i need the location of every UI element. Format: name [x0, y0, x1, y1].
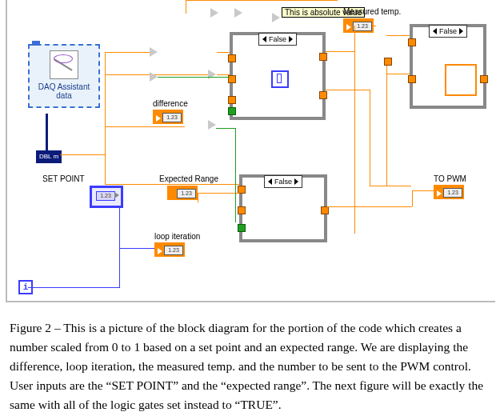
wire: [412, 190, 413, 206]
daq-label-line2: data: [30, 91, 98, 100]
daq-data-out-terminal: [32, 41, 40, 46]
wire: [370, 186, 411, 186]
tunnel: [319, 53, 327, 61]
tunnel: [408, 38, 416, 46]
wire: [105, 126, 185, 127]
case-selector-upper-text: False: [269, 35, 286, 43]
wire: [326, 51, 354, 52]
wire: [105, 184, 174, 185]
difference-indicator[interactable]: 1.23: [153, 110, 183, 124]
while-loop: i DAQ Assistant data DBL m difference 1.…: [6, 0, 495, 302]
numeric-constant[interactable]: [384, 58, 392, 66]
wire: [119, 248, 154, 249]
wire: [217, 74, 230, 75]
wire: [198, 193, 198, 202]
compare-node-4[interactable]: [208, 120, 216, 130]
loop-iteration-indicator[interactable]: 1.23: [154, 242, 185, 257]
wire: [386, 74, 410, 74]
case-selector-upper[interactable]: False: [258, 33, 297, 46]
tunnel: [408, 75, 416, 83]
compare-node-2[interactable]: [150, 72, 158, 82]
wire: [374, 26, 376, 26]
case-structure-right[interactable]: False: [410, 24, 486, 109]
selector-terminal: [228, 107, 236, 115]
wire: [105, 52, 106, 184]
wire: [198, 193, 239, 194]
block-diagram-canvas: i DAQ Assistant data DBL m difference 1.…: [0, 0, 504, 332]
set-point-label: SET POINT: [42, 174, 85, 183]
wire: [28, 287, 120, 288]
expected-range-control[interactable]: 1.23: [167, 186, 198, 200]
compare-node-3[interactable]: [208, 70, 216, 79]
daq-label-line1: DAQ Assistant: [30, 82, 98, 91]
case-selector-right[interactable]: False: [429, 25, 467, 38]
dynamic-data-convert[interactable]: DBL m: [36, 150, 62, 163]
compare-node-top-2[interactable]: [234, 8, 242, 18]
measured-temp-indicator[interactable]: 1.23: [343, 18, 374, 33]
tunnel: [228, 54, 236, 62]
wire-bool: [158, 77, 230, 78]
wire: [386, 35, 410, 36]
wire: [326, 90, 370, 90]
daq-assistant-node[interactable]: DAQ Assistant data: [28, 44, 100, 108]
difference-label: difference: [153, 99, 188, 108]
to-pwm-indicator[interactable]: 1.23: [434, 185, 464, 199]
wire: [105, 52, 150, 53]
wire: [354, 26, 355, 234]
wire: [60, 154, 105, 155]
wire-daq-to-convert: [46, 114, 48, 151]
wire: [386, 62, 387, 186]
to-pwm-label: TO PWM: [434, 174, 466, 183]
wire: [186, 0, 186, 14]
tunnel: [238, 206, 246, 214]
case-selector-lower-text: False: [274, 178, 292, 186]
daq-icon: [50, 50, 78, 79]
case-selector-right-text: False: [439, 27, 457, 35]
compare-node-top-3[interactable]: [272, 13, 280, 22]
wire-bool: [235, 128, 236, 222]
wire-bool: [216, 128, 235, 129]
loop-iteration-label: loop iteration: [154, 232, 200, 241]
wire: [217, 52, 230, 53]
inner-box: [445, 64, 477, 96]
wire: [327, 206, 412, 207]
tunnel: [228, 96, 236, 104]
tunnel: [319, 91, 327, 99]
wire: [412, 190, 434, 191]
set-point-control[interactable]: 1.23: [90, 186, 123, 208]
case-selector-lower[interactable]: False: [264, 175, 302, 188]
figure-caption: Figure 2 – This is a picture of the bloc…: [10, 318, 494, 414]
measured-temp-label: Measured temp.: [343, 7, 401, 16]
compare-node-1[interactable]: [150, 47, 158, 57]
wire: [370, 90, 370, 186]
compare-node-top-1[interactable]: [210, 8, 218, 18]
inner-numeric-node[interactable]: [271, 70, 289, 88]
wire: [174, 184, 239, 185]
case-structure-lower[interactable]: False: [239, 174, 327, 242]
wire: [186, 0, 338, 1]
case-structure-upper[interactable]: False: [230, 32, 326, 120]
selector-terminal: [238, 224, 246, 232]
tunnel: [480, 75, 488, 83]
expected-range-label: Expected Range: [159, 174, 218, 183]
tunnel: [321, 206, 329, 214]
